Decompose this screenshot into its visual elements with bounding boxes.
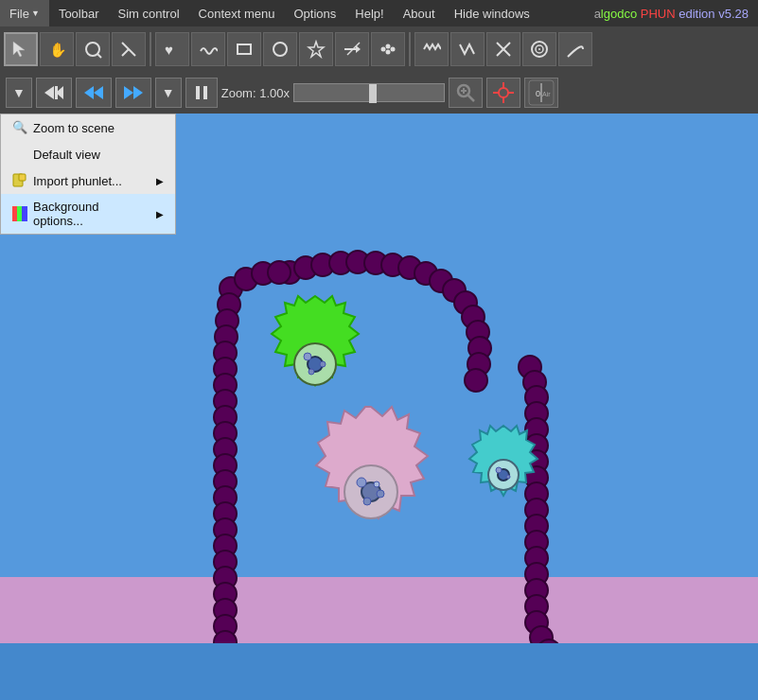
playback-pause[interactable] [185,78,218,108]
playback-fast-rewind[interactable] [76,78,112,108]
tool-rings[interactable] [522,32,556,66]
svg-point-35 [499,88,508,97]
tool-cross[interactable] [486,32,520,66]
tool-pan[interactable]: ✋ [40,32,74,66]
gear-green [272,296,359,385]
menu-options[interactable]: Options [284,0,345,26]
svg-point-115 [357,478,366,487]
dropdown-menu: 🔍 Zoom to scene Default view Import phun… [0,114,176,235]
toolbar-row: ✋ ♥ [0,26,758,72]
menu-import-phunlet[interactable]: Import phunlet... ▶ [1,167,175,194]
svg-point-110 [320,361,326,367]
svg-text:Air: Air [542,91,551,97]
svg-marker-9 [308,42,324,57]
tool-knife[interactable] [112,32,146,66]
svg-point-21 [538,48,540,50]
playback-row: ▼ ▼ Zoom: 1.00x 0Air [0,72,758,114]
playback-dropdown2[interactable]: ▼ [155,78,182,108]
svg-point-111 [308,369,314,375]
playback-dropdown[interactable]: ▼ [6,78,32,108]
svg-rect-29 [196,86,200,99]
svg-marker-25 [94,86,103,99]
menu-bar: File ▼ Toolbar Sim control Context menu … [0,0,758,26]
menu-about[interactable]: About [394,0,445,26]
svg-rect-7 [238,44,251,54]
tool-wave2[interactable] [414,32,449,66]
tool-separator-2 [409,32,411,66]
menu-hidewindows[interactable]: Hide windows [445,0,539,26]
zoom-slider[interactable] [293,83,445,102]
tool-dots[interactable] [371,32,405,66]
svg-marker-28 [133,86,143,99]
svg-text:0: 0 [536,89,540,98]
menu-zoom-to-scene[interactable]: 🔍 Zoom to scene [1,114,175,141]
svg-point-8 [273,43,287,56]
menu-simcontrol[interactable]: Sim control [109,0,189,26]
svg-point-60 [465,369,487,392]
zoom-icon: 🔍 [12,120,27,135]
zoom-container: Zoom: 1.00x [221,83,445,102]
svg-marker-0 [13,42,25,57]
background-icon [12,206,27,221]
svg-line-32 [467,95,474,101]
tool-rect[interactable] [227,32,261,66]
search-btn[interactable] [449,78,483,108]
tool-select[interactable] [4,32,38,66]
speed-btn[interactable]: 0Air [524,78,558,108]
zoom-label: Zoom: 1.00x [221,86,290,100]
svg-line-5 [122,49,129,56]
svg-text:♥: ♥ [165,42,173,58]
svg-rect-30 [203,86,207,99]
menu-help[interactable]: Help! [345,0,393,26]
svg-point-16 [386,50,391,55]
svg-point-118 [374,481,379,487]
svg-marker-22 [44,86,54,99]
svg-point-109 [304,353,311,360]
svg-rect-127 [17,206,22,221]
tool-star[interactable] [299,32,333,66]
import-icon [12,173,27,188]
tool-zigzag[interactable] [450,32,485,66]
tool-curve[interactable] [558,32,592,66]
main-canvas: 🔍 Zoom to scene Default view Import phun… [0,114,758,643]
svg-point-116 [377,490,384,498]
menu-default-view[interactable]: Default view [1,141,175,167]
svg-point-2 [86,43,99,56]
svg-point-122 [496,467,502,473]
crosshair-btn[interactable] [486,78,520,108]
playback-fast-forward[interactable] [115,78,151,108]
svg-point-15 [391,47,396,52]
import-arrow: ▶ [156,176,164,186]
menu-file[interactable]: File ▼ [0,0,49,26]
svg-rect-128 [22,206,27,221]
gear-pink [316,407,428,518]
svg-point-13 [381,47,386,52]
svg-text:✋: ✋ [49,42,66,59]
tool-heart[interactable]: ♥ [155,32,189,66]
tool-arrow[interactable] [335,32,369,66]
svg-point-123 [506,475,510,479]
svg-point-105 [268,261,291,284]
tool-wave[interactable] [191,32,225,66]
svg-marker-27 [124,86,133,99]
menu-background-options[interactable]: Background options... ▶ [1,194,175,234]
tool-separator-1 [150,32,151,66]
svg-marker-26 [84,86,94,99]
app-title: algodco PHUN edition v5.28 [594,7,758,21]
menu-toolbar[interactable]: Toolbar [49,0,109,26]
view-icon [12,147,27,162]
background-arrow: ▶ [156,209,164,219]
playback-rewind[interactable] [36,78,72,108]
menu-contextmenu[interactable]: Context menu [189,0,285,26]
svg-rect-126 [12,206,17,221]
svg-point-14 [386,44,391,49]
tool-circle[interactable] [263,32,297,66]
svg-point-117 [363,498,371,505]
tool-circle-select[interactable] [76,32,110,66]
svg-line-3 [97,54,101,58]
svg-rect-125 [19,174,26,181]
